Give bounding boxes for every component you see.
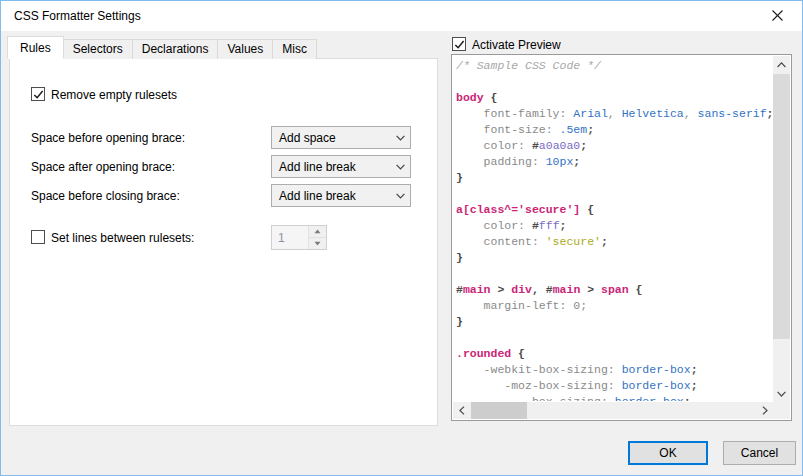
remove-empty-rulesets-checkbox[interactable] [31,87,45,101]
space-after-opening-brace-label: Space after opening brace: [31,160,175,174]
checkmark-icon [33,89,44,100]
spinner-value: 1 [272,226,308,249]
space-after-opening-brace-select[interactable]: Add line break [271,155,411,178]
chevron-right-icon [762,406,768,415]
code-line [456,74,772,90]
code-line: -webkit-box-sizing: border-box; [456,362,772,378]
chevron-up-icon [777,62,786,68]
window-title: CSS Formatter Settings [14,9,141,23]
code-line: } [456,250,772,266]
select-value: Add space [272,131,390,145]
tab-values[interactable]: Values [217,39,273,59]
close-icon [772,7,783,25]
chevron-down-icon [390,164,410,170]
checkmark-icon [454,39,465,50]
space-before-closing-brace-select[interactable]: Add line break [271,184,411,207]
set-lines-between-rulesets-label: Set lines between rulesets: [51,231,194,245]
code-line [456,266,772,282]
spinner-up-button[interactable] [309,226,326,238]
horizontal-scrollbar[interactable] [453,402,773,419]
tab-misc[interactable]: Misc [272,39,317,59]
scrollbar-corner [773,402,790,419]
code-line: color: #fff; [456,218,772,234]
activate-preview-label: Activate Preview [472,38,561,52]
tab-strip: Rules Selectors Declarations Values Misc [7,36,316,59]
scroll-down-button[interactable] [773,385,790,402]
select-value: Add line break [272,160,390,174]
space-before-opening-brace-label: Space before opening brace: [31,131,185,145]
css-formatter-settings-dialog: CSS Formatter Settings Rules Selectors D… [0,0,803,476]
code-line: /* Sample CSS Code */ [456,58,772,74]
remove-empty-rulesets-label: Remove empty rulesets [51,88,177,102]
css-preview-box: /* Sample CSS Code */ body { font-family… [451,54,792,421]
spinner-buttons [308,226,326,249]
code-line: font-family: Arial, Helvetica, sans-seri… [456,106,772,122]
vertical-scrollbar-thumb[interactable] [773,74,790,339]
code-line: box-sizing: border-box; [456,394,772,401]
arrow-down-icon [314,241,321,246]
chevron-left-icon [459,406,465,415]
activate-preview-checkbox[interactable] [452,37,466,51]
tab-declarations[interactable]: Declarations [132,39,219,59]
scroll-up-button[interactable] [773,56,790,73]
vertical-scrollbar[interactable] [773,56,790,402]
code-line: -moz-box-sizing: border-box; [456,378,772,394]
ok-button[interactable]: OK [628,441,708,465]
code-line [456,186,772,202]
tab-rules[interactable]: Rules [7,36,64,59]
tab-selectors[interactable]: Selectors [63,39,133,59]
code-line: padding: 10px; [456,154,772,170]
set-lines-between-rulesets-checkbox[interactable] [31,230,45,244]
chevron-down-icon [390,193,410,199]
scroll-left-button[interactable] [453,402,470,419]
chevron-down-icon [390,135,410,141]
code-line [456,330,772,346]
code-line: margin-left: 0; [456,298,772,314]
scroll-right-button[interactable] [756,402,773,419]
lines-between-rulesets-spinner[interactable]: 1 [271,225,327,250]
code-line: } [456,314,772,330]
code-line: } [456,170,772,186]
spinner-down-button[interactable] [309,238,326,249]
space-before-closing-brace-label: Space before closing brace: [31,189,180,203]
space-before-opening-brace-select[interactable]: Add space [271,126,411,149]
code-content: /* Sample CSS Code */ body { font-family… [456,58,772,401]
close-button[interactable] [760,1,794,31]
code-line: font-size: .5em; [456,122,772,138]
select-value: Add line break [272,189,390,203]
titlebar: CSS Formatter Settings [1,1,802,31]
code-line: a[class^='secure'] { [456,202,772,218]
code-line: .rounded { [456,346,772,362]
horizontal-scrollbar-thumb[interactable] [471,402,527,419]
chevron-down-icon [777,391,786,397]
cancel-button[interactable]: Cancel [723,441,796,465]
code-line: content: 'secure'; [456,234,772,250]
arrow-up-icon [314,229,321,234]
code-line: body { [456,90,772,106]
code-line: color: #a0a0a0; [456,138,772,154]
code-line: #main > div, #main > span { [456,282,772,298]
